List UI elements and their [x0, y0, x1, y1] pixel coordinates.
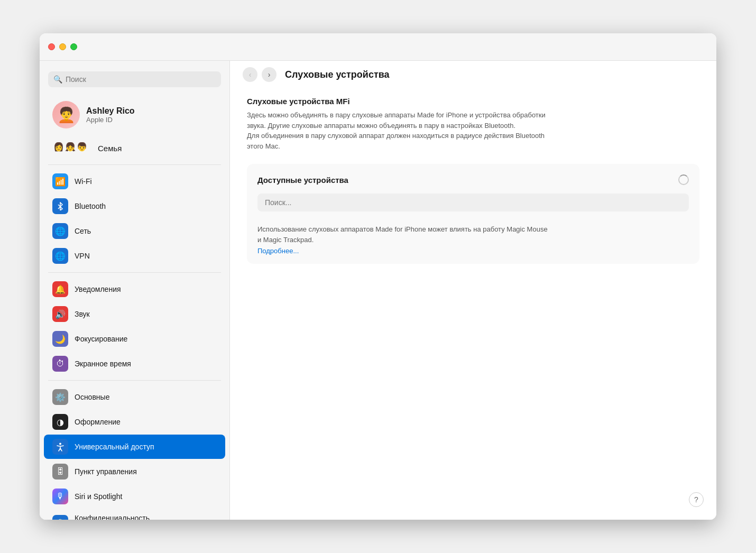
section-divider-3	[48, 380, 221, 381]
wifi-icon: 📶	[52, 173, 68, 189]
notifications-icon: 🔔	[52, 281, 68, 297]
navigation-bar: ‹ › Слуховые устройства	[230, 61, 716, 88]
back-button[interactable]: ‹	[243, 67, 257, 82]
profile-text: Ashley Rico Apple ID	[86, 106, 135, 124]
device-search-input[interactable]	[257, 193, 689, 211]
section-divider-2	[48, 272, 221, 273]
sidebar-item-notifications[interactable]: 🔔 Уведомления	[44, 277, 225, 301]
siri-icon: 🎙	[52, 489, 68, 504]
sidebar-item-vpn[interactable]: 🌐 VPN	[44, 244, 225, 268]
appearance-icon: ◑	[52, 414, 68, 430]
screen-time-icon: ⏱	[52, 356, 68, 372]
network-icon: 🌐	[52, 223, 68, 239]
sidebar-item-sound[interactable]: 🔊 Звук	[44, 302, 225, 326]
main-window: 🔍 🧑‍🦱 Ashley Rico Apple ID 👩 👧 👦 Семья	[40, 33, 716, 520]
avatar: 🧑‍🦱	[52, 101, 80, 128]
sidebar-item-wifi[interactable]: 📶 Wi-Fi	[44, 169, 225, 193]
sidebar-item-privacy[interactable]: 🔒 Конфиденциальностьи безопасность	[44, 509, 225, 520]
warning-text: Использование слуховых аппаратов Made fo…	[257, 224, 689, 245]
mfi-title: Слуховые устройства MFi	[247, 97, 699, 106]
control-center-icon: 🎛	[52, 464, 68, 480]
sidebar-item-accessibility[interactable]: Универсальный доступ	[44, 435, 225, 459]
available-title: Доступные устройства	[257, 176, 348, 185]
page-title: Слуховые устройства	[285, 69, 390, 80]
available-header: Доступные устройства	[257, 174, 689, 185]
help-icon: ?	[694, 495, 698, 504]
sidebar-label-vpn: VPN	[75, 252, 90, 260]
sidebar-item-siri[interactable]: 🎙 Siri и Spotlight	[44, 484, 225, 509]
sidebar-item-focus[interactable]: 🌙 Фокусирование	[44, 327, 225, 351]
sidebar-label-accessibility: Универсальный доступ	[75, 443, 154, 451]
sidebar-item-general[interactable]: ⚙️ Основные	[44, 385, 225, 409]
sidebar-item-network[interactable]: 🌐 Сеть	[44, 219, 225, 243]
family-avatars: 👩 👧 👦	[52, 141, 87, 155]
sidebar-label-network: Сеть	[75, 227, 91, 235]
family-avatar-3: 👦	[76, 141, 90, 155]
search-icon: 🔍	[53, 75, 62, 84]
accessibility-icon	[52, 439, 68, 455]
sidebar-label-appearance: Оформление	[75, 418, 121, 426]
sidebar-label-wifi: Wi-Fi	[75, 177, 92, 186]
sidebar-item-appearance[interactable]: ◑ Оформление	[44, 410, 225, 434]
main-content: ‹ › Слуховые устройства Слуховые устройс…	[230, 33, 716, 520]
sidebar-item-bluetooth[interactable]: Bluetooth	[44, 194, 225, 218]
profile-name: Ashley Rico	[86, 106, 135, 116]
available-devices-section: Доступные устройства Использование слухо…	[247, 164, 699, 264]
vpn-icon: 🌐	[52, 248, 68, 264]
sound-icon: 🔊	[52, 306, 68, 322]
sidebar-label-sound: Звук	[75, 310, 90, 318]
sidebar-label-siri: Siri и Spotlight	[75, 492, 122, 501]
sidebar-label-control-center: Пункт управления	[75, 467, 137, 476]
family-item[interactable]: 👩 👧 👦 Семья	[44, 136, 225, 160]
search-bar[interactable]: 🔍	[48, 71, 221, 87]
sidebar: 🔍 🧑‍🦱 Ashley Rico Apple ID 👩 👧 👦 Семья	[40, 33, 230, 520]
sidebar-label-general: Основные	[75, 393, 109, 401]
maximize-button[interactable]	[70, 43, 77, 50]
sidebar-label-focus: Фокусирование	[75, 335, 127, 343]
family-label: Семья	[98, 144, 122, 153]
traffic-lights	[48, 43, 77, 50]
title-bar	[40, 33, 716, 61]
privacy-icon: 🔒	[52, 515, 68, 520]
learn-more-link[interactable]: Подробнее...	[257, 247, 299, 255]
bluetooth-icon	[52, 198, 68, 214]
sidebar-label-screen-time: Экранное время	[75, 360, 131, 368]
mfi-description: Здесь можно объединять в пару слуховые а…	[247, 110, 699, 151]
focus-icon: 🌙	[52, 331, 68, 347]
sidebar-label-privacy: Конфиденциальностьи безопасность	[75, 513, 150, 520]
general-icon: ⚙️	[52, 389, 68, 405]
sidebar-label-notifications: Уведомления	[75, 285, 121, 293]
close-button[interactable]	[48, 43, 55, 50]
section-divider-1	[48, 164, 221, 165]
content-area: Слуховые устройства MFi Здесь можно объе…	[230, 88, 716, 520]
sidebar-item-screen-time[interactable]: ⏱ Экранное время	[44, 352, 225, 376]
loading-spinner	[678, 174, 689, 185]
forward-button[interactable]: ›	[262, 67, 276, 82]
svg-point-0	[59, 443, 61, 445]
sidebar-item-control-center[interactable]: 🎛 Пункт управления	[44, 459, 225, 484]
help-button[interactable]: ?	[689, 492, 704, 507]
mfi-section: Слуховые устройства MFi Здесь можно объе…	[247, 97, 699, 151]
profile-item[interactable]: 🧑‍🦱 Ashley Rico Apple ID	[44, 96, 225, 134]
profile-apple-id: Apple ID	[86, 116, 135, 124]
search-input[interactable]	[66, 75, 216, 84]
sidebar-label-bluetooth: Bluetooth	[75, 202, 106, 210]
minimize-button[interactable]	[59, 43, 66, 50]
